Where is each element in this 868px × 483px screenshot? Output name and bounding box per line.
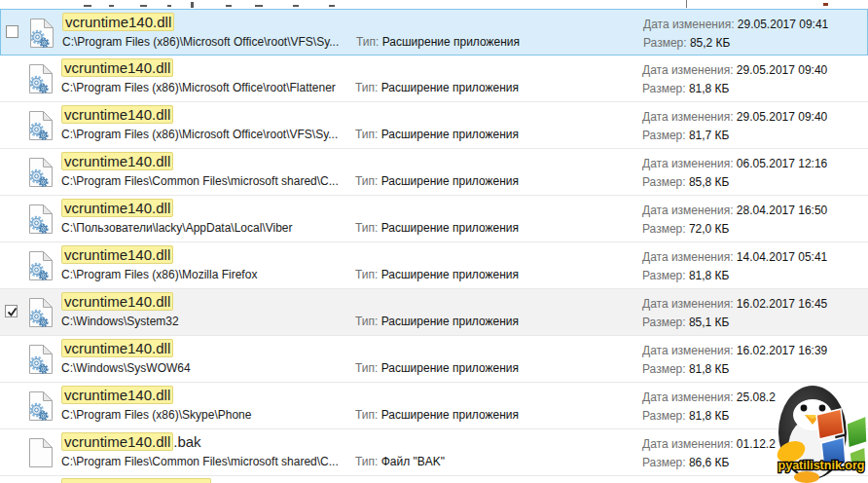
dll-file-icon (28, 157, 54, 188)
date-line: Дата изменения: 06.05.2017 12:16 (642, 155, 827, 173)
file-name-line: vcruntime140.dll (61, 339, 191, 357)
file-name: vcruntime140.dll (61, 199, 173, 217)
size-value: 86,6 КБ (689, 456, 730, 469)
clipped-text-remnant (293, 5, 299, 7)
file-details-column: Дата изменения: 29.05.2017 09:41 Размер:… (643, 16, 828, 53)
file-main-column: vcruntime140.dll.bak C:\Program Files\Co… (61, 432, 339, 468)
watermark-logo: pyatilistnik.org (776, 382, 868, 483)
date-line: Дата изменения: 16.02.2017 16:39 (642, 342, 827, 360)
file-details-column: Дата изменения: 01.12.2 Размер: 86,6 КБ (642, 435, 776, 472)
file-type-column: Тип: Расширение приложения (355, 174, 519, 188)
file-name-line: vcruntime140.dll.bak (61, 432, 339, 451)
results-list: vcruntime140.dll C:\Program Files (x86)\… (0, 9, 868, 476)
file-type-column: Тип: Расширение приложения (355, 361, 519, 375)
file-name: vcruntime140.dll (61, 58, 173, 77)
file-row[interactable]: vcruntime140.dll C:\Program Files (x86)\… (0, 9, 868, 56)
size-line: Размер: 85,1 КБ (642, 314, 827, 332)
date-line: Дата изменения: 14.04.2017 05:41 (642, 248, 827, 267)
file-type-column: Тип: Расширение приложения (355, 128, 519, 141)
file-type-column: Тип: Расширение приложения (355, 315, 519, 328)
file-type-column: Тип: Расширение приложения (355, 221, 519, 235)
size-label: Размер: (642, 222, 686, 236)
file-details-column: Дата изменения: 16.02.2017 16:39 Размер:… (642, 342, 827, 379)
type-value: Расширение приложения (381, 221, 519, 235)
date-value: 16.02.2017 16:39 (737, 344, 827, 357)
type-value: Расширение приложения (381, 174, 519, 188)
file-path: C:\Program Files\Common Files\microsoft … (61, 174, 339, 188)
date-value: 14.04.2017 05:41 (737, 250, 827, 264)
file-name: vcruntime140.dll (61, 245, 173, 264)
type-value: Расширение приложения (382, 35, 520, 49)
size-label: Размер: (642, 456, 686, 469)
size-line: Размер: 81,7 КБ (642, 127, 827, 145)
file-row[interactable]: vcruntime140.dll C:\Program Files\Common… (0, 149, 868, 196)
date-value: 29.05.2017 09:40 (737, 110, 827, 124)
size-label: Размер: (642, 362, 686, 376)
file-name-line: vcruntime140.dll (61, 245, 257, 264)
size-line: Размер: 81,8 КБ (642, 407, 776, 426)
date-label: Дата изменения: (642, 250, 734, 264)
penguin-eye-left (801, 405, 808, 412)
date-value: 06.05.2017 12:16 (737, 157, 827, 170)
type-value: Расширение приложения (381, 408, 519, 422)
penguin-windows-logo: pyatilistnik.org (776, 382, 868, 483)
size-line: Размер: 86,6 КБ (642, 454, 776, 472)
file-row[interactable]: vcruntime140.dll C:\Windows\SysWOW64 Тип… (0, 336, 868, 383)
date-line: Дата изменения: 25.08.2 (642, 389, 776, 407)
file-row[interactable]: vcruntime140.dll C:\Пользователи\lacky\A… (0, 196, 868, 242)
size-value: 81,8 КБ (689, 269, 730, 282)
file-row[interactable]: vcruntime140.dll.bak C:\Program Files\Co… (0, 429, 868, 476)
file-details-column: Дата изменения: 14.04.2017 05:41 Размер:… (642, 248, 827, 285)
type-label: Тип: (355, 408, 378, 422)
type-value: Расширение приложения (381, 268, 519, 281)
row-checkbox[interactable] (5, 305, 18, 317)
size-label: Размер: (642, 129, 686, 142)
file-details-column: Дата изменения: 06.05.2017 12:16 Размер:… (642, 155, 827, 192)
date-line: Дата изменения: 29.05.2017 09:40 (642, 61, 827, 80)
file-row[interactable]: vcruntime140.dll C:\Program Files (x86)\… (0, 383, 868, 429)
size-value: 72,0 КБ (689, 222, 730, 236)
type-label: Тип: (355, 81, 378, 94)
clipped-text-remnant (226, 5, 232, 7)
size-line: Размер: 81,8 КБ (642, 80, 827, 98)
dll-file-icon (28, 297, 54, 328)
size-line: Размер: 85,2 КБ (643, 34, 828, 53)
file-row[interactable]: vcruntime140.dll C:\Program Files (x86)\… (0, 102, 868, 149)
date-label: Дата изменения: (642, 344, 734, 357)
size-label: Размер: (642, 269, 686, 282)
row-checkbox[interactable] (6, 25, 18, 38)
dll-file-icon (28, 390, 54, 422)
file-row[interactable]: vcruntime140.dll C:\Program Files (x86)\… (0, 242, 868, 289)
type-label: Тип: (355, 268, 378, 281)
file-name: vcruntime140.dll (61, 432, 173, 451)
size-label: Размер: (642, 82, 686, 95)
file-row[interactable]: vcruntime140.dll C:\Windows\System32 Тип… (0, 289, 868, 336)
type-label: Тип: (355, 128, 378, 141)
file-type-column: Тип: Расширение приложения (356, 35, 520, 49)
file-type-column: Тип: Расширение приложения (355, 81, 519, 94)
file-type-column: Тип: Расширение приложения (355, 408, 519, 422)
clipped-text-remnant (167, 5, 171, 7)
file-row[interactable]: vcruntime140.dll C:\Program Files (x86)\… (0, 56, 868, 102)
file-details-column: Дата изменения: 29.05.2017 09:40 Размер:… (642, 61, 827, 98)
clipped-text-remnant (140, 5, 147, 7)
file-path: C:\Program Files (x86)\Microsoft Office\… (62, 35, 339, 49)
date-line: Дата изменения: 16.02.2017 16:45 (642, 295, 827, 314)
penguin-foot-bottom (794, 471, 819, 483)
type-value: Расширение приложения (381, 128, 519, 141)
type-label: Тип: (355, 361, 378, 375)
file-path: C:\Windows\SysWOW64 (61, 361, 191, 375)
date-label: Дата изменения: (642, 390, 734, 404)
date-value: 29.05.2017 09:40 (737, 63, 827, 77)
file-name-line: vcruntime140.dll (61, 152, 339, 170)
date-label: Дата изменения: (642, 110, 734, 124)
clipped-text-remnant (686, 0, 687, 8)
file-name: vcruntime140.dll (61, 152, 173, 170)
date-line: Дата изменения: 28.04.2017 16:50 (642, 202, 827, 220)
file-main-column: vcruntime140.dll C:\Program Files\Common… (61, 152, 339, 188)
file-main-column: vcruntime140.dll C:\Program Files (x86)\… (61, 386, 251, 422)
file-main-column: vcruntime140.dll C:\Windows\System32 (61, 292, 179, 328)
clipped-row-top (0, 0, 868, 9)
clipped-text-remnant (823, 3, 828, 6)
clipped-filename-highlight (61, 478, 211, 483)
